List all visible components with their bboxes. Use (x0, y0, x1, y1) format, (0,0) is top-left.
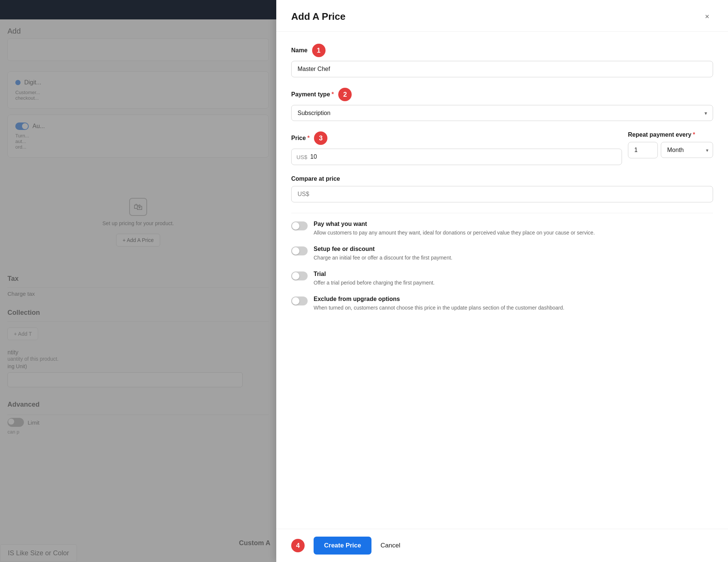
toggle-exclude-upgrade: Exclude from upgrade options When turned… (291, 296, 713, 312)
divider (291, 213, 713, 213)
toggle-trial-desc: Offer a trial period before charging the… (314, 279, 435, 287)
repeat-number-input[interactable] (628, 142, 658, 158)
price-input[interactable] (291, 149, 622, 165)
step-1-badge: 1 (312, 44, 326, 57)
toggle-pay-thumb (292, 222, 299, 230)
payment-type-select[interactable]: Subscription One-time (291, 105, 713, 121)
price-input-wrapper: US$ (291, 149, 622, 165)
toggle-trial-title: Trial (314, 271, 435, 277)
toggle-setup-thumb (292, 247, 299, 255)
repeat-inputs: Month Day Week Year ▾ (628, 142, 713, 158)
payment-type-label: Payment type * 2 (291, 88, 713, 101)
add-price-dialog: Add A Price × Name 1 Payment type * 2 Su… (276, 0, 728, 562)
payment-type-section: Payment type * 2 Subscription One-time ▾ (291, 88, 713, 121)
toggle-setup-title: Setup fee or discount (314, 246, 452, 252)
dialog-title: Add A Price (291, 11, 345, 22)
dialog-header: Add A Price × (276, 0, 728, 32)
toggle-trial: Trial Offer a trial period before chargi… (291, 271, 713, 287)
toggle-exclude-content: Exclude from upgrade options When turned… (314, 296, 564, 312)
toggle-pay-content: Pay what you want Allow customers to pay… (314, 221, 595, 237)
toggle-exclude-thumb (292, 297, 299, 305)
compare-at-input[interactable] (291, 186, 713, 202)
price-label: Price * 3 (291, 131, 622, 145)
required-star-payment: * (332, 91, 334, 98)
toggle-options: Pay what you want Allow customers to pay… (291, 221, 713, 312)
step-4-badge: 4 (291, 539, 305, 552)
create-price-button[interactable]: Create Price (314, 537, 371, 555)
dialog-body: Name 1 Payment type * 2 Subscription One… (276, 32, 728, 529)
cancel-button[interactable]: Cancel (377, 537, 403, 555)
required-star-price: * (307, 135, 309, 142)
close-button[interactable]: × (701, 10, 713, 22)
repeat-label: Repeat payment every * (628, 131, 713, 138)
name-label: Name 1 (291, 44, 713, 57)
name-section: Name 1 (291, 44, 713, 77)
repeat-period-wrapper: Month Day Week Year ▾ (661, 142, 713, 158)
compare-at-section: Compare at price (291, 176, 713, 202)
toggle-setup-content: Setup fee or discount Charge an initial … (314, 246, 452, 262)
dialog-footer: 4 Create Price Cancel (276, 529, 728, 562)
toggle-pay-title: Pay what you want (314, 221, 595, 227)
toggle-pay-switch[interactable] (291, 221, 308, 230)
toggle-exclude-desc: When turned on, customers cannot choose … (314, 304, 564, 312)
currency-prefix: US$ (296, 154, 307, 160)
toggle-exclude-switch[interactable] (291, 296, 308, 305)
price-field: Price * 3 US$ (291, 131, 622, 165)
required-star-repeat: * (693, 131, 695, 138)
toggle-setup-desc: Charge an initial fee or offer a discoun… (314, 254, 452, 262)
toggle-pay-desc: Allow customers to pay any amount they w… (314, 229, 595, 237)
dialog-overlay (0, 0, 276, 562)
price-row: Price * 3 US$ Repeat payment every * (291, 131, 713, 165)
compare-at-label: Compare at price (291, 176, 713, 182)
toggle-exclude-title: Exclude from upgrade options (314, 296, 564, 302)
repeat-field: Repeat payment every * Month Day Week Ye… (628, 131, 713, 158)
step-2-badge: 2 (338, 88, 352, 101)
repeat-period-select[interactable]: Month Day Week Year (661, 142, 713, 158)
toggle-trial-switch[interactable] (291, 271, 308, 280)
name-input[interactable] (291, 61, 713, 77)
toggle-trial-thumb (292, 272, 299, 280)
toggle-pay-what-you-want: Pay what you want Allow customers to pay… (291, 221, 713, 237)
toggle-trial-content: Trial Offer a trial period before chargi… (314, 271, 435, 287)
payment-type-wrapper: Subscription One-time ▾ (291, 105, 713, 121)
toggle-setup-fee: Setup fee or discount Charge an initial … (291, 246, 713, 262)
step-3-badge: 3 (314, 131, 327, 145)
toggle-setup-switch[interactable] (291, 246, 308, 255)
price-section: Price * 3 US$ Repeat payment every * (291, 131, 713, 165)
